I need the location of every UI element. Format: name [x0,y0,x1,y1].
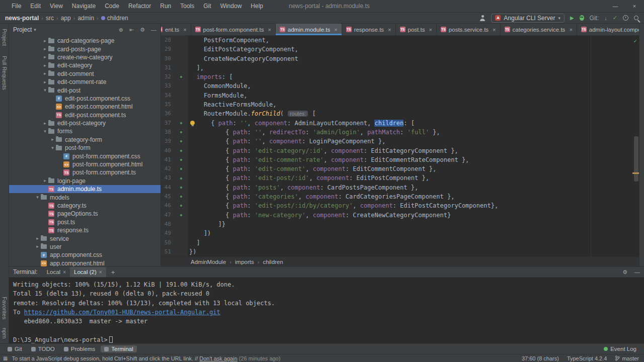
tree-item-edit-category[interactable]: ▸edit-category [9,61,160,69]
close-tab-icon[interactable]: × [63,269,66,275]
user-account-icon[interactable] [479,15,486,21]
tab-post.ts[interactable]: TSpost.ts× [396,24,437,35]
debug-button[interactable] [580,15,584,21]
run-button[interactable]: ▶ [570,16,574,21]
breadcrumb-news-portal[interactable]: news-portal [4,15,40,22]
tab-ent.ts[interactable]: TSent.ts× [161,24,191,35]
tree-item-create-new-category[interactable]: ▸create-new-category [9,53,160,61]
chevron-right-icon[interactable]: ▸ [42,80,48,84]
tree-item-models[interactable]: ▾models [9,193,160,201]
tool-window-button-problems[interactable]: Problems [60,345,99,352]
angular-route-gutter-icon[interactable] [174,72,188,81]
chevron-right-icon[interactable]: ▸ [42,39,48,43]
terminal-tab-Local (2)[interactable]: Local (2)× [70,267,106,277]
code-line[interactable]: 48 ]} [161,220,639,229]
code-line[interactable]: 34 FormsModule, [161,91,639,100]
chevron-right-icon[interactable]: ▸ [42,55,48,59]
chevron-right-icon[interactable]: ▸ [42,63,48,68]
git-commit-button[interactable]: ✓ [613,15,617,21]
tree-item-edit-post.component.css[interactable]: #edit-post.component.css [9,95,160,103]
recent-history-icon[interactable] [623,15,628,21]
tool-window-button-todo[interactable]: TODO [28,345,58,352]
tree-item-category.ts[interactable]: TScategory.ts [9,202,160,210]
editor-breadcrumb-imports[interactable]: imports [234,259,255,265]
chevron-right-icon[interactable]: ▸ [42,178,48,183]
git-branch-widget[interactable]: master [615,355,639,361]
tool-stripe-pull-requests[interactable]: Pull Requests [2,56,8,90]
menu-item-code[interactable]: Code [100,0,124,12]
close-tab-icon[interactable]: × [268,27,271,33]
caret-position-widget[interactable]: 37:60 (8 chars) [522,355,559,361]
chevron-right-icon[interactable]: ▸ [42,71,48,76]
breadcrumb-children[interactable]: children [100,15,129,22]
chevron-down-icon[interactable]: ▾ [42,129,48,134]
tab-post-form.component.ts[interactable]: TSpost-form.component.ts× [191,24,276,35]
menu-item-view[interactable]: View [45,0,67,12]
tree-item-login-page[interactable]: ▸login-page [9,177,160,185]
collapse-all-icon[interactable]: ⇤ [129,27,134,33]
tree-item-forms[interactable]: ▾forms [9,127,160,135]
hide-tool-window-icon[interactable]: — [151,27,156,33]
angular-route-gutter-icon[interactable] [174,192,188,201]
chevron-down-icon[interactable]: ▾ [34,27,36,32]
tree-item-post-form.component.html[interactable]: <>post-form.component.html [9,160,160,168]
tab-admin.module.ts[interactable]: TSadmin.module.ts× [276,24,342,35]
menu-item-git[interactable]: Git [199,0,215,12]
close-tab-icon[interactable]: × [493,27,496,33]
menu-item-window[interactable]: Window [216,0,247,12]
tool-window-button-event-log[interactable]: Event Log [600,345,640,352]
close-tab-icon[interactable]: × [569,27,572,33]
tab-categories.service.ts[interactable]: TScategories.service.ts× [501,24,577,35]
code-line[interactable]: 51}) [161,247,639,256]
close-tab-icon[interactable]: × [183,27,186,33]
tab-response.ts[interactable]: TSresponse.ts× [342,24,396,35]
menu-item-tools[interactable]: Tools [176,0,199,12]
chevron-down-icon[interactable]: ▾ [34,195,41,200]
close-tab-icon[interactable]: × [388,27,391,33]
tree-item-category-form[interactable]: ▸category-form [9,136,160,144]
intention-bulb-icon[interactable] [190,121,195,125]
code-line[interactable]: 46 { path: 'edit-post/:id/by/category', … [161,201,639,210]
chevron-right-icon[interactable]: ▸ [34,244,41,249]
tree-item-response.ts[interactable]: TSresponse.ts [9,226,160,234]
angular-route-gutter-icon[interactable] [174,211,188,220]
angular-route-gutter-icon[interactable] [174,146,188,155]
chevron-right-icon[interactable]: ▸ [42,121,48,126]
tree-item-edit-post.component.html[interactable]: <>edit-post.component.html [9,103,160,111]
minimize-button[interactable]: — [606,0,625,12]
editor-breadcrumb-AdminModule[interactable]: AdminModule [190,259,227,265]
chevron-down-icon[interactable]: ▾ [49,146,56,150]
angular-route-gutter-icon[interactable] [174,173,188,183]
code-line[interactable]: 43 { path: 'edit-post/:id', component: E… [161,173,639,183]
angular-route-gutter-icon[interactable] [174,201,188,210]
chevron-right-icon[interactable]: ▸ [42,47,48,51]
tree-item-app.component.html[interactable]: <>app.component.html [9,259,160,266]
tool-stripe-project[interactable]: Project [2,29,8,46]
angular-route-gutter-icon[interactable] [174,137,188,146]
tree-item-edit-post-category[interactable]: ▸edit-post-category [9,119,160,127]
tool-window-button-git[interactable]: Git [4,345,26,352]
code-line[interactable]: 36 RouterModule.forChild( routes: [ [161,109,639,118]
gear-icon[interactable]: ⚙ [622,269,627,276]
tool-stripe-favorites[interactable]: Favorites [2,297,8,319]
code-line[interactable]: 45 { path: 'categories', component: Card… [161,192,639,201]
angular-route-gutter-icon[interactable] [174,155,188,164]
search-everywhere-icon[interactable] [634,16,638,20]
tree-item-admin.module.ts[interactable]: TSadmin.module.ts [9,185,160,193]
breadcrumb-admin[interactable]: admin [76,15,95,22]
code-line[interactable]: 37 { path: '', component: AdminLayoutCom… [161,119,639,128]
chevron-right-icon[interactable]: ▸ [34,236,41,241]
angular-route-gutter-icon[interactable] [174,183,188,192]
breadcrumb-src[interactable]: src [45,15,55,22]
code-line[interactable]: 39 { path: '', component: LoginPageCompo… [161,137,639,146]
tree-item-post-form.component.ts[interactable]: TSpost-form.component.ts [9,168,160,176]
angular-route-gutter-icon[interactable] [174,119,188,128]
code-line[interactable]: 30 CreateNewCategoryComponent [161,54,639,63]
menu-item-run[interactable]: Run [155,0,176,12]
git-update-button[interactable]: ↓ [604,15,607,21]
close-tab-icon[interactable]: × [429,27,432,33]
project-view-title[interactable]: Project [13,26,32,33]
tree-item-post-form.component.css[interactable]: #post-form.component.css [9,152,160,160]
code-line[interactable]: 32 imports: [ [161,72,639,81]
code-line[interactable]: 42 { path: 'edit-comment', component: Ed… [161,164,639,173]
